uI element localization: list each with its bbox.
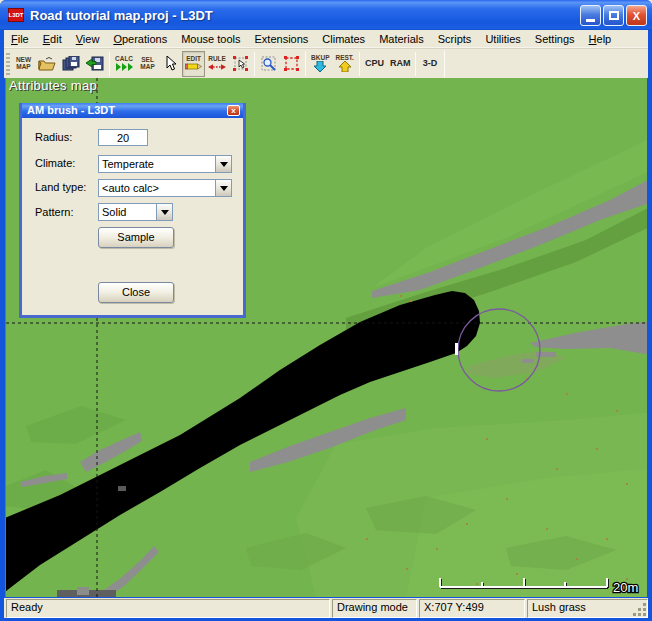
calc-button[interactable]: CALC <box>112 51 136 77</box>
menu-mouse-tools[interactable]: Mouse tools <box>174 31 247 47</box>
pattern-select[interactable]: Solid <box>98 203 173 221</box>
save-import-button[interactable] <box>83 51 107 77</box>
select-region-tool-button[interactable] <box>229 51 252 77</box>
close-button[interactable]: X <box>626 5 647 26</box>
toolbar-separator <box>359 52 360 76</box>
3d-label: 3-D <box>423 59 438 68</box>
status-bar: Ready Drawing mode X:707 Y:499 Lush gras… <box>4 598 648 618</box>
pointer-tool-button[interactable] <box>159 51 182 77</box>
scale-label: 20m <box>613 580 638 595</box>
maximize-icon <box>609 11 619 20</box>
menu-extensions[interactable]: Extensions <box>248 31 316 47</box>
climate-label: Climate: <box>35 157 75 169</box>
window-title: Road tutorial map.proj - L3DT <box>30 8 213 23</box>
app-icon: L3DT <box>8 8 24 22</box>
menu-edit[interactable]: Edit <box>36 31 69 47</box>
menu-file[interactable]: File <box>4 31 36 47</box>
status-terrain: Lush grass <box>527 599 648 618</box>
dialog-close-action-button[interactable]: Close <box>98 282 174 303</box>
restore-button[interactable]: REST. <box>332 51 356 77</box>
climate-dropdown-arrow-icon[interactable] <box>215 156 231 172</box>
clear-selection-button[interactable] <box>280 51 303 77</box>
backup-button[interactable]: BKUP <box>308 51 332 77</box>
rule-tool-button[interactable]: RULE <box>205 51 229 77</box>
sel-map-button[interactable]: SEL MAP <box>136 51 159 77</box>
menu-bar: FileEditViewOperationsMouse toolsExtensi… <box>4 30 648 48</box>
new-map-label: NEW MAP <box>16 57 31 70</box>
toolbar-grip[interactable] <box>6 53 10 75</box>
cpu-label: CPU <box>365 59 384 68</box>
dialog-close-button[interactable]: x <box>227 105 240 116</box>
land-type-value: <auto calc> <box>99 182 215 194</box>
sel-map-label: SEL MAP <box>140 57 154 70</box>
status-mode: Drawing mode <box>332 599 417 618</box>
close-icon: X <box>633 10 640 22</box>
select-cursor-icon <box>233 56 249 72</box>
open-folder-icon <box>38 56 56 71</box>
restore-up-arrow-icon <box>338 61 352 72</box>
maximize-button[interactable] <box>603 5 624 26</box>
toolbar-separator <box>415 52 416 76</box>
save-stack-icon <box>62 56 80 72</box>
climate-value: Temperate <box>99 158 215 170</box>
toolbar: NEW MAP CALC SEL MAP <box>4 48 648 78</box>
pattern-value: Solid <box>99 206 156 218</box>
am-brush-dialog: AM brush - L3DT x Radius: Climate: Tempe… <box>19 103 246 318</box>
land-type-dropdown-arrow-icon[interactable] <box>215 180 231 196</box>
sample-button[interactable]: Sample <box>98 227 174 248</box>
zoom-region-icon <box>261 56 277 72</box>
minimize-button[interactable] <box>580 5 601 26</box>
save-all-button[interactable] <box>59 51 83 77</box>
cursor-icon <box>163 56 178 72</box>
radius-input[interactable] <box>98 129 148 146</box>
new-map-button[interactable]: NEW MAP <box>12 51 35 77</box>
toolbar-separator <box>305 52 306 76</box>
calc-play-icon <box>116 63 133 71</box>
menu-help[interactable]: Help <box>582 31 619 47</box>
status-ready: Ready <box>6 599 330 618</box>
pattern-label: Pattern: <box>35 206 74 218</box>
pattern-dropdown-arrow-icon[interactable] <box>156 204 172 220</box>
map-overlay-title: Attributes map <box>9 78 97 93</box>
ram-button[interactable]: RAM <box>387 51 414 77</box>
dialog-title: AM brush - L3DT <box>27 104 115 116</box>
cpu-button[interactable]: CPU <box>362 51 387 77</box>
menu-view[interactable]: View <box>69 31 107 47</box>
pencil-icon <box>185 62 202 71</box>
land-type-label: Land type: <box>35 181 86 193</box>
radius-label: Radius: <box>35 131 72 143</box>
zoom-region-button[interactable] <box>257 51 280 77</box>
minimize-icon <box>586 19 595 22</box>
toolbar-separator <box>254 52 255 76</box>
dialog-title-bar[interactable]: AM brush - L3DT x <box>22 103 243 118</box>
menu-scripts[interactable]: Scripts <box>431 31 479 47</box>
toolbar-end <box>444 50 445 78</box>
ram-label: RAM <box>390 59 411 68</box>
menu-climates[interactable]: Climates <box>315 31 372 47</box>
menu-materials[interactable]: Materials <box>372 31 431 47</box>
toolbar-separator <box>109 52 110 76</box>
edit-tool-button[interactable]: EDIT <box>182 51 205 77</box>
menu-operations[interactable]: Operations <box>106 31 174 47</box>
resize-grip[interactable] <box>633 603 646 616</box>
menu-settings[interactable]: Settings <box>528 31 582 47</box>
climate-select[interactable]: Temperate <box>98 155 232 173</box>
3d-view-button[interactable]: 3-D <box>418 51 441 77</box>
menu-utilities[interactable]: Utilities <box>478 31 527 47</box>
land-type-select[interactable]: <auto calc> <box>98 179 232 197</box>
floppy-arrow-icon <box>86 56 104 72</box>
title-bar: L3DT Road tutorial map.proj - L3DT X <box>0 0 652 30</box>
open-button[interactable] <box>35 51 59 77</box>
backup-down-arrow-icon <box>313 61 327 72</box>
rule-arrow-icon <box>208 63 226 71</box>
red-dashed-box-icon <box>284 56 300 72</box>
status-coordinates: X:707 Y:499 <box>419 599 525 618</box>
app-window: L3DT Road tutorial map.proj - L3DT X Fil… <box>0 0 652 621</box>
dialog-close-icon: x <box>231 106 235 115</box>
